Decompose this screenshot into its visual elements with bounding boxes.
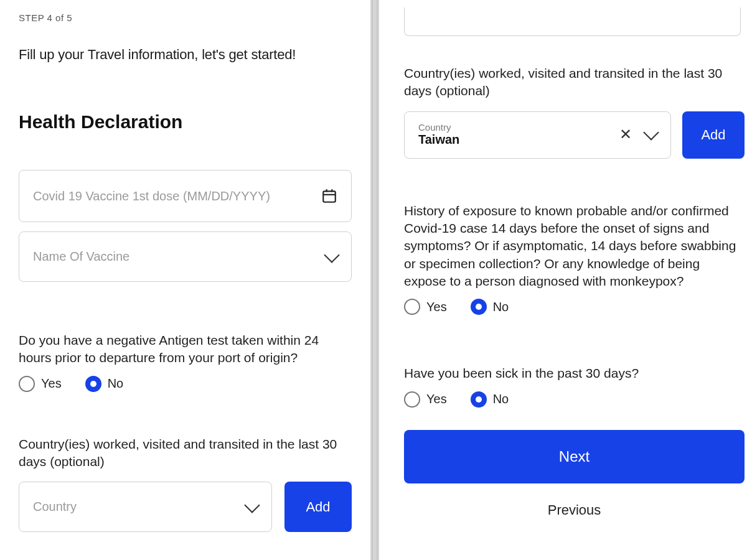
chevron-down-icon xyxy=(247,503,258,511)
antigen-no-label: No xyxy=(108,376,124,391)
exposure-yes-radio[interactable] xyxy=(404,299,420,315)
add-country-button-left[interactable]: Add xyxy=(284,482,352,532)
vaccine-dose1-date-field[interactable]: Covid 19 Vaccine 1st dose (MM/DD/YYYY) xyxy=(19,170,352,222)
exposure-no-radio[interactable] xyxy=(471,299,487,315)
sick-yes-radio[interactable] xyxy=(404,391,420,408)
country-select-left[interactable]: Country xyxy=(19,482,272,532)
vaccine-dose1-placeholder: Covid 19 Vaccine 1st dose (MM/DD/YYYY) xyxy=(33,189,321,203)
previous-button[interactable]: Previous xyxy=(404,488,745,532)
sick-yes-label: Yes xyxy=(426,392,447,406)
section-title: Health Declaration xyxy=(19,111,352,133)
country-input-row-left: Country Add xyxy=(19,482,352,532)
step-indicator: STEP 4 of 5 xyxy=(19,12,352,23)
country-input-row-right: Country Taiwan ✕ Add xyxy=(404,111,745,159)
countries-question-left: Country(ies) worked, visited and transit… xyxy=(19,436,352,471)
country-select-right[interactable]: Country Taiwan ✕ xyxy=(404,111,671,159)
nav-buttons: Next Previous xyxy=(404,430,745,532)
exposure-question: History of exposure to known probable an… xyxy=(404,202,745,291)
antigen-yes-label: Yes xyxy=(41,376,62,391)
panel-divider xyxy=(370,0,379,560)
exposure-radio-group: Yes No xyxy=(404,299,745,315)
left-panel: STEP 4 of 5 Fill up your Travel informat… xyxy=(0,0,370,560)
chevron-down-icon[interactable] xyxy=(646,131,657,138)
sick-radio-group: Yes No xyxy=(404,391,745,408)
sick-question: Have you been sick in the past 30 days? xyxy=(404,365,745,382)
vaccine-name-select[interactable]: Name Of Vaccine xyxy=(19,231,352,282)
antigen-radio-group: Yes No xyxy=(19,376,352,392)
countries-question-right: Country(ies) worked, visited and transit… xyxy=(404,65,745,100)
vaccine-name-placeholder: Name Of Vaccine xyxy=(33,250,326,264)
cropped-field-edge xyxy=(404,7,741,36)
sick-no-radio[interactable] xyxy=(471,391,487,408)
country-selected-value: Taiwan xyxy=(418,133,619,147)
page-subtitle: Fill up your Travel information, let's g… xyxy=(19,47,352,63)
svg-rect-0 xyxy=(323,191,336,202)
antigen-no-radio[interactable] xyxy=(85,376,101,392)
right-panel: Country(ies) worked, visited and transit… xyxy=(379,0,747,560)
country-field-label: Country xyxy=(418,122,619,133)
exposure-no-label: No xyxy=(493,300,509,314)
antigen-question: Do you have a negative Antigen test take… xyxy=(19,332,352,367)
antigen-yes-radio[interactable] xyxy=(19,376,35,392)
next-button[interactable]: Next xyxy=(404,430,745,483)
clear-icon[interactable]: ✕ xyxy=(619,127,632,142)
country-placeholder-left: Country xyxy=(33,500,247,514)
add-country-button-right[interactable]: Add xyxy=(682,111,745,159)
chevron-down-icon xyxy=(326,253,337,261)
exposure-yes-label: Yes xyxy=(426,300,447,314)
calendar-icon xyxy=(321,188,337,204)
sick-no-label: No xyxy=(493,392,509,406)
